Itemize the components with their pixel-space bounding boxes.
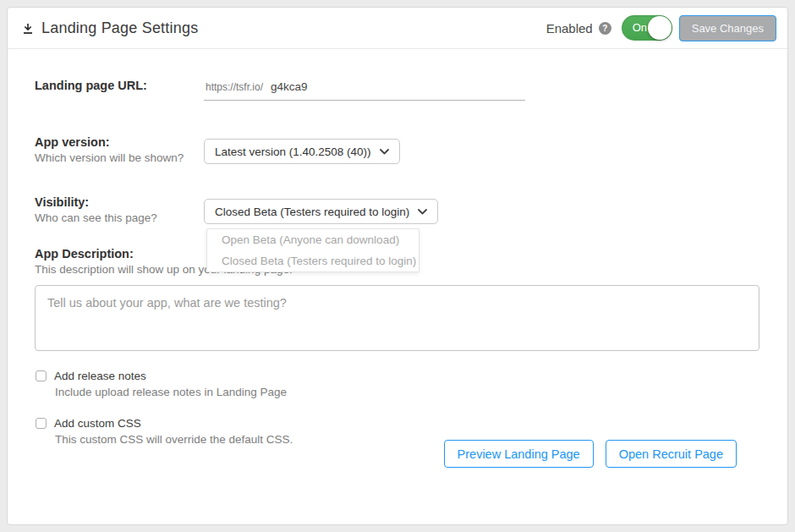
app-version-selected: Latest version (1.40.2508 (40)) (215, 145, 371, 158)
release-notes-helper: Include upload release notes in Landing … (55, 386, 758, 399)
app-version-row: App version: Which version will be shown… (35, 135, 758, 165)
url-prefix: https://tsfr.io/ (206, 81, 263, 93)
url-label: Landing page URL: (35, 79, 204, 93)
custom-css-label[interactable]: Add custom CSS (54, 417, 141, 430)
download-icon (22, 23, 34, 36)
description-textarea[interactable] (35, 285, 759, 351)
save-changes-button[interactable]: Save Changes (679, 15, 776, 41)
landing-url-input[interactable]: https://tsfr.io/ g4kca9 (204, 79, 525, 101)
enabled-toggle[interactable]: On (622, 15, 672, 41)
help-icon[interactable]: ? (599, 22, 611, 35)
header-actions: Enabled ? On Save Changes (546, 15, 776, 41)
toggle-knob (648, 16, 672, 40)
visibility-helper: Who can see this page? (35, 211, 204, 225)
visibility-dropdown-menu: Open Beta (Anyone can download) Closed B… (206, 228, 419, 272)
card-header: Landing Page Settings Enabled ? On Save … (8, 8, 787, 49)
url-row: Landing page URL: https://tsfr.io/ g4kca… (35, 79, 758, 101)
chevron-down-icon (418, 209, 427, 215)
footer-actions: Preview Landing Page Open Recruit Page (35, 440, 758, 468)
url-value: g4kca9 (271, 80, 308, 93)
app-version-helper: Which version will be shown? (35, 151, 204, 165)
release-notes-checkbox[interactable] (36, 370, 47, 381)
toggle-on-label: On (633, 21, 647, 34)
visibility-option-open-beta[interactable]: Open Beta (Anyone can download) (207, 229, 419, 250)
open-recruit-page-button[interactable]: Open Recruit Page (606, 440, 737, 468)
release-notes-row: Add release notes Include upload release… (35, 370, 758, 399)
preview-landing-page-button[interactable]: Preview Landing Page (444, 440, 594, 468)
release-notes-label[interactable]: Add release notes (54, 370, 146, 382)
settings-form: Landing page URL: https://tsfr.io/ g4kca… (8, 79, 787, 468)
landing-page-settings-card: Landing Page Settings Enabled ? On Save … (7, 7, 788, 525)
page-title: Landing Page Settings (41, 19, 198, 37)
visibility-label: Visibility: (35, 195, 204, 210)
custom-css-checkbox[interactable] (36, 418, 47, 429)
visibility-selected: Closed Beta (Testers required to login) (215, 206, 409, 218)
enabled-label: Enabled (546, 21, 593, 36)
visibility-select[interactable]: Closed Beta (Testers required to login) (204, 199, 438, 224)
chevron-down-icon (380, 149, 389, 155)
visibility-option-closed-beta[interactable]: Closed Beta (Testers required to login) (207, 250, 419, 271)
visibility-row: Visibility: Who can see this page? Close… (35, 195, 758, 225)
app-version-select[interactable]: Latest version (1.40.2508 (40)) (204, 139, 400, 164)
app-version-label: App version: (35, 135, 204, 150)
